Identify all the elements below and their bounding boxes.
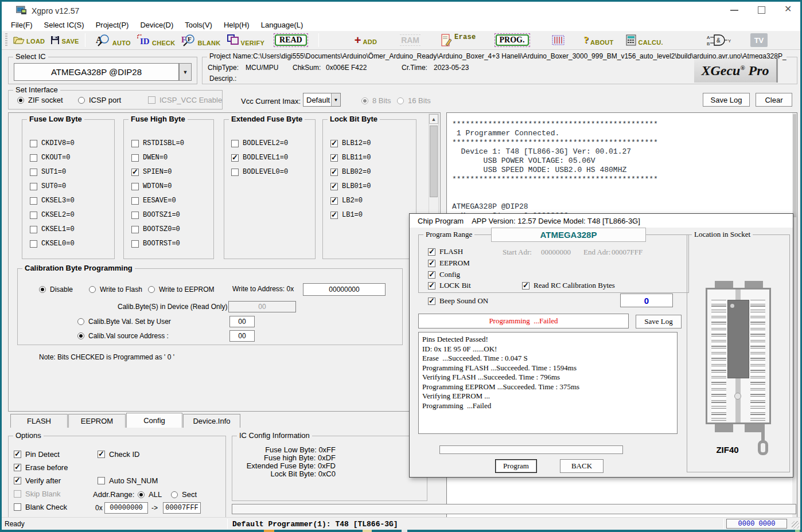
fuse-bit[interactable]: CKSEL2=0 [30, 211, 75, 219]
scrollbar-thumb[interactable] [793, 114, 796, 217]
fuse-bit[interactable]: WDTON=0 [131, 182, 172, 190]
chip-test-button[interactable] [551, 33, 566, 47]
checkbox-icon[interactable] [428, 271, 435, 279]
checkbox-icon[interactable] [131, 169, 139, 176]
about-button[interactable]: ? ABOUT [584, 34, 614, 46]
calib-write-eeprom-radio[interactable]: Write to EEPROM [148, 285, 214, 294]
fuse-bit[interactable]: CKSEL3=0 [30, 197, 75, 205]
checkbox-icon[interactable] [131, 197, 139, 205]
tab-device-info[interactable]: Device.Info [183, 414, 240, 428]
lock-bit[interactable]: BLB02=0 [330, 168, 371, 176]
erase-button[interactable]: Erase [441, 33, 476, 47]
calib-source-radio[interactable]: Calib.Val source Address : [77, 332, 169, 340]
calib-user-radio[interactable]: Calib.Byte Val. Set by User [77, 318, 171, 326]
fuse-bit[interactable]: RSTDISBL=0 [131, 139, 184, 147]
close-button[interactable]: ✕ [784, 3, 792, 14]
fuse-bit[interactable]: CKSEL0=0 [30, 240, 75, 248]
eeprom-checkbox[interactable]: EEPROM [428, 259, 470, 268]
checkbox-icon[interactable] [14, 477, 21, 484]
calib-source-input[interactable]: 00 [229, 330, 255, 342]
fuse-bit[interactable]: DWEN=0 [131, 154, 168, 162]
fuse-bit[interactable]: BODLEVEL2=0 [231, 139, 288, 147]
menu-language[interactable]: Language(L) [255, 21, 309, 29]
range-from-input[interactable]: 00000000 [104, 502, 148, 514]
lock-bit[interactable]: BLB01=0 [330, 182, 371, 190]
menu-select-ic[interactable]: Select IC(S) [38, 21, 90, 29]
addr-range-sect-radio[interactable]: Sect [171, 490, 197, 499]
checkbox-icon[interactable] [231, 154, 239, 162]
auto-sn-checkbox[interactable]: Auto SN_NUM [98, 476, 158, 485]
menu-tools[interactable]: Tools(V) [179, 21, 218, 29]
flash-checkbox[interactable]: FLASH [428, 247, 463, 256]
checkbox-icon[interactable] [330, 212, 338, 219]
check-id-checkbox[interactable]: Check ID [98, 450, 139, 459]
fuse-bit[interactable]: BOOTSZ0=0 [131, 225, 180, 233]
erase-before-checkbox[interactable]: Erase before [14, 463, 68, 472]
tv-button[interactable]: TV [750, 33, 768, 47]
checkbox-icon[interactable] [14, 503, 21, 511]
calib-user-input[interactable]: 00 [229, 316, 255, 327]
config-checkbox[interactable]: Config [428, 270, 460, 279]
lock-bit[interactable]: LB2=0 [330, 197, 363, 205]
maximize-button[interactable] [758, 6, 765, 14]
fuse-bit[interactable]: CKOUT=0 [30, 154, 70, 162]
scroll-up-icon[interactable]: ▲ [429, 114, 438, 124]
icsp-port-radio[interactable]: ICSP port [78, 96, 121, 104]
tab-flash[interactable]: FLASH [10, 414, 68, 428]
checkbox-icon[interactable] [428, 248, 435, 256]
fuse-bit[interactable]: CKDIV8=0 [30, 139, 75, 147]
read-button[interactable]: READ [274, 33, 308, 47]
tab-config[interactable]: Config [126, 413, 182, 428]
checkbox-icon[interactable] [131, 226, 139, 233]
logic-gate-button[interactable]: AB&Y [707, 34, 731, 46]
fuse-bit[interactable]: BODLEVEL0=0 [231, 168, 288, 176]
checkbox-icon[interactable] [30, 197, 37, 205]
back-button[interactable]: BACK [560, 459, 604, 473]
checkbox-icon[interactable] [330, 154, 338, 162]
fuse-bit[interactable]: BOOTRST=0 [131, 240, 180, 248]
lock-bit[interactable]: LB1=0 [330, 211, 363, 219]
checkbox-icon[interactable] [30, 226, 37, 233]
fuse-bit[interactable]: BODLEVEL1=0 [231, 154, 288, 162]
minimize-button[interactable] [730, 10, 738, 11]
auto-button[interactable]: A AUTO [96, 34, 131, 46]
beep-checkbox[interactable]: Beep Sound ON [428, 296, 488, 306]
fuse-bit[interactable]: SPIEN=0 [131, 168, 172, 176]
add-button[interactable]: + ADD [355, 35, 377, 45]
save-button[interactable]: SAVE [50, 36, 79, 45]
checkbox-icon[interactable] [14, 464, 21, 471]
blank-check-checkbox[interactable]: Blank Check [14, 503, 67, 511]
fuse-bit[interactable]: EESAVE=0 [131, 197, 176, 205]
calib-disable-radio[interactable]: Disable [39, 285, 73, 294]
lock-bit[interactable]: BLB12=0 [330, 139, 371, 147]
checkbox-icon[interactable] [30, 240, 37, 248]
pin-detect-checkbox[interactable]: Pin Detect [14, 450, 60, 459]
checkbox-icon[interactable] [30, 212, 37, 219]
checkbox-icon[interactable] [14, 451, 21, 458]
read-rc-checkbox[interactable]: Read RC Calibration Bytes [522, 281, 615, 290]
check-button[interactable]: ID CHECK [137, 34, 176, 46]
dialog-save-log-button[interactable]: Save Log [636, 315, 682, 328]
zif-socket-radio[interactable]: ZIF socket [17, 96, 63, 104]
ram-button[interactable]: RAM [400, 34, 421, 46]
prog-button[interactable]: PROG. [495, 33, 530, 47]
checkbox-icon[interactable] [30, 169, 37, 176]
menu-help[interactable]: Help(H) [218, 21, 255, 29]
verify-button[interactable]: VERIFY [227, 34, 265, 46]
dialog-title-bar[interactable]: Chip Program APP Version: 12.57 Device M… [410, 214, 793, 228]
checkbox-icon[interactable] [428, 260, 435, 267]
selected-ic-box[interactable]: ATMEGA328P @DIP28 [14, 63, 179, 81]
resize-grip[interactable] [792, 521, 799, 529]
checkbox-icon[interactable] [30, 183, 37, 190]
checkbox-icon[interactable] [98, 477, 105, 484]
verify-after-checkbox[interactable]: Verify after [14, 476, 61, 485]
checkbox-icon[interactable] [330, 183, 338, 190]
addr-range-all-radio[interactable]: ALL [138, 490, 162, 499]
load-button[interactable]: LOAD [13, 36, 45, 45]
checkbox-icon[interactable] [428, 298, 435, 305]
lock-bit[interactable]: BLB11=0 [330, 154, 371, 162]
checkbox-icon[interactable] [131, 140, 139, 147]
checkbox-icon[interactable] [231, 169, 239, 176]
checkbox-icon[interactable] [231, 140, 239, 147]
menu-device[interactable]: Device(D) [134, 21, 179, 29]
